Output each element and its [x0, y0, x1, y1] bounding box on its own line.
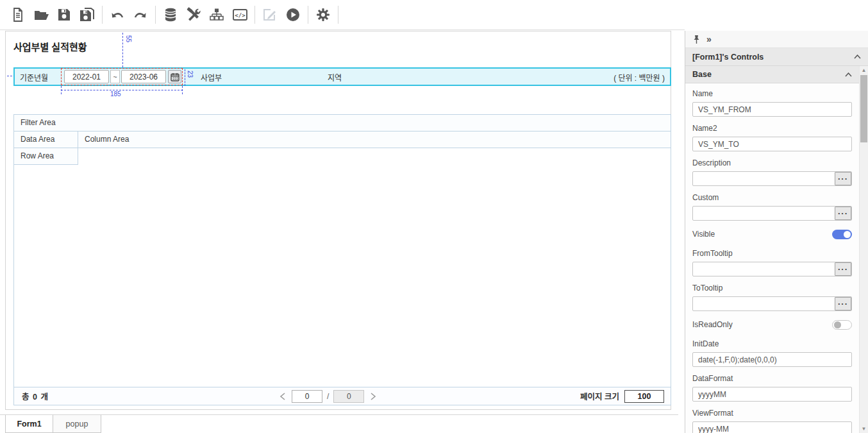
- toolbar-separator: [155, 6, 156, 24]
- dataset-button[interactable]: [159, 4, 182, 26]
- pivot-header-row: Data Area Column Area: [14, 132, 671, 148]
- visible-toggle[interactable]: [832, 230, 852, 239]
- unit-label: ( 단위 : 백만원 ): [613, 72, 665, 83]
- from-tooltip-input[interactable]: [692, 262, 852, 276]
- property-name2: Name2: [692, 124, 852, 151]
- total-pages-field: [333, 390, 364, 403]
- panel-top-strip: »: [685, 31, 868, 48]
- measure-guide-vertical-small: [185, 69, 185, 86]
- property-label: Name2: [692, 124, 852, 133]
- pivot-filter-area[interactable]: Filter Area: [14, 115, 671, 132]
- base-section-title: Base: [692, 70, 712, 79]
- custom-input[interactable]: [692, 206, 852, 221]
- property-label: InitDate: [692, 339, 852, 348]
- open-folder-icon: [33, 7, 49, 22]
- data-format-input[interactable]: [692, 387, 852, 402]
- name2-input[interactable]: [692, 137, 852, 151]
- redo-icon: [132, 8, 149, 22]
- measure-label-23: 23: [187, 71, 194, 78]
- init-date-input[interactable]: [692, 352, 852, 367]
- measure-guide-vertical: [122, 33, 123, 67]
- property-label: Visible: [692, 230, 715, 239]
- properties-panel: » [Form1]'s Controls Base Name: [685, 31, 868, 433]
- toggle-knob: [834, 321, 841, 328]
- scroll-up-button[interactable]: ▲: [860, 66, 868, 74]
- chevron-up-icon: [845, 72, 852, 77]
- description-input[interactable]: [692, 171, 852, 186]
- pivot-grid-designer: Filter Area Data Area Column Area Row Ar…: [13, 114, 671, 405]
- undo-icon: [109, 8, 126, 22]
- date-to-input[interactable]: [121, 70, 166, 83]
- next-page-button[interactable]: [369, 392, 378, 401]
- new-file-button[interactable]: [6, 4, 29, 26]
- toolbar-separator: [255, 6, 255, 24]
- save-all-button[interactable]: [76, 4, 99, 26]
- base-section-header[interactable]: Base: [685, 66, 859, 83]
- tools-button[interactable]: [182, 4, 205, 26]
- property-visible: Visible: [692, 228, 852, 241]
- pivot-status-bar: 총 0 개 /: [14, 387, 671, 405]
- view-format-input[interactable]: [692, 421, 852, 433]
- scrollbar-thumb[interactable]: [860, 75, 867, 142]
- design-canvas: 사업부별 실적현황 55 88 기준년월 ~ 23: [5, 31, 671, 410]
- name-input[interactable]: [692, 102, 852, 117]
- page-size-input[interactable]: [624, 390, 664, 403]
- save-icon: [56, 7, 72, 22]
- pivot-column-area[interactable]: Column Area: [78, 132, 671, 148]
- prev-page-button[interactable]: [278, 392, 287, 401]
- filter-bar[interactable]: 기준년월 ~ 23 사업부 지역 ( 단위 : 백만원 ): [13, 67, 671, 86]
- designer-window: </>: [0, 0, 868, 433]
- svg-text:</>: </>: [235, 12, 246, 19]
- custom-ellipsis-button[interactable]: ···: [835, 207, 851, 220]
- pin-icon[interactable]: [692, 35, 701, 44]
- to-tooltip-ellipsis-button[interactable]: ···: [835, 297, 851, 310]
- scroll-down-button[interactable]: ▼: [860, 425, 868, 433]
- property-list: Name Name2 Description: [685, 83, 859, 433]
- is-read-only-toggle[interactable]: [832, 320, 852, 330]
- property-to-tooltip: ToTooltip ···: [692, 284, 852, 311]
- save-all-icon: [79, 7, 96, 22]
- code-view-button[interactable]: </>: [228, 4, 251, 26]
- page-size-group: 페이지 크기: [580, 387, 664, 405]
- to-tooltip-input[interactable]: [692, 296, 852, 311]
- date-from-input[interactable]: [64, 70, 109, 83]
- measure-label-185: 185: [108, 90, 123, 98]
- toolbar-separator: [338, 6, 338, 24]
- run-button[interactable]: [281, 4, 305, 26]
- sitemap-button[interactable]: [205, 4, 228, 26]
- collapse-panel-icon[interactable]: »: [706, 35, 712, 44]
- property-label: DataFormat: [692, 374, 852, 383]
- open-file-button[interactable]: [29, 4, 53, 26]
- division-filter-label: 사업부: [201, 72, 222, 83]
- settings-icon: [315, 7, 331, 22]
- panel-scroll-region: Base Name Name2: [685, 66, 868, 433]
- property-label: Custom: [692, 193, 852, 202]
- undo-button[interactable]: [106, 4, 129, 26]
- pivot-data-area[interactable]: Data Area: [14, 132, 78, 148]
- settings-button[interactable]: [312, 4, 335, 26]
- description-ellipsis-button[interactable]: ···: [835, 172, 851, 185]
- redo-button[interactable]: [129, 4, 152, 26]
- tab-form1[interactable]: Form1: [5, 415, 53, 433]
- edit-button[interactable]: [258, 4, 281, 26]
- property-view-format: ViewFormat: [692, 409, 852, 433]
- pivot-body-empty: [14, 165, 671, 387]
- property-custom: Custom ···: [692, 193, 852, 221]
- controls-section-header[interactable]: [Form1]'s Controls: [685, 48, 868, 66]
- region-filter-label: 지역: [328, 72, 342, 83]
- scrollbar-track[interactable]: [860, 74, 868, 425]
- property-label: Description: [692, 158, 852, 167]
- controls-section-title: [Form1]'s Controls: [692, 53, 764, 62]
- tab-popup[interactable]: popup: [53, 415, 101, 433]
- sitemap-icon: [209, 7, 224, 22]
- current-page-input[interactable]: [292, 390, 322, 403]
- pagination: /: [278, 387, 378, 405]
- calendar-button[interactable]: [168, 70, 181, 83]
- tools-icon: [186, 7, 202, 22]
- date-range-label: 기준년월: [20, 72, 48, 83]
- from-tooltip-ellipsis-button[interactable]: ···: [835, 262, 851, 276]
- save-button[interactable]: [53, 4, 76, 26]
- measure-label-55: 55: [125, 35, 132, 42]
- pivot-row-area[interactable]: Row Area: [14, 148, 78, 165]
- property-label: IsReadOnly: [692, 320, 733, 329]
